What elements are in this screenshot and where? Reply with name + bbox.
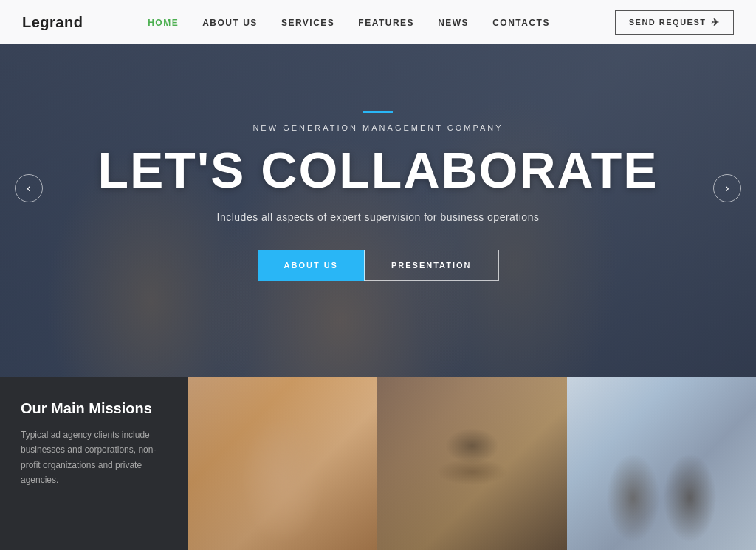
bottom-image-1 bbox=[188, 377, 377, 550]
image-overlay-3 bbox=[567, 377, 756, 550]
nav-link-news[interactable]: NEWS bbox=[438, 18, 469, 28]
hero-next-arrow[interactable]: › bbox=[713, 174, 741, 202]
image-overlay-1 bbox=[188, 377, 377, 550]
brand-logo: Legrand bbox=[22, 14, 83, 31]
hero-content: NEW GENERATION MANAGEMENT COMPANY LET'S … bbox=[0, 0, 756, 377]
bottom-image-2 bbox=[377, 377, 566, 550]
nav-item-contacts[interactable]: CONTACTS bbox=[492, 16, 550, 29]
nav-menu: HOME ABOUT US SERVICES FEATURES NEWS CON… bbox=[148, 16, 550, 29]
navbar: Legrand HOME ABOUT US SERVICES FEATURES … bbox=[0, 0, 756, 44]
hero-title: LET'S COLLABORATE bbox=[97, 144, 658, 196]
nav-item-about[interactable]: ABOUT US bbox=[202, 16, 258, 29]
bottom-section: Our Main Missions Typical ad agency clie… bbox=[0, 377, 756, 550]
hero-description: Includes all aspects of expert supervisi… bbox=[217, 211, 540, 223]
hero-accent-line bbox=[363, 111, 393, 113]
hero-buttons: ABOUT US PRESENTATION bbox=[258, 250, 499, 281]
image-overlay-2 bbox=[377, 377, 566, 550]
nav-item-home[interactable]: HOME bbox=[148, 16, 179, 29]
missions-text: Typical ad agency clients include busine… bbox=[21, 427, 168, 488]
hero-section: NEW GENERATION MANAGEMENT COMPANY LET'S … bbox=[0, 0, 756, 377]
nav-link-features[interactable]: FEATURES bbox=[358, 18, 414, 28]
nav-item-news[interactable]: NEWS bbox=[438, 16, 469, 29]
nav-link-home[interactable]: HOME bbox=[148, 18, 179, 28]
nav-link-contacts[interactable]: CONTACTS bbox=[492, 18, 550, 28]
hero-subtitle: NEW GENERATION MANAGEMENT COMPANY bbox=[252, 123, 503, 132]
send-request-button[interactable]: SEND REQUEST ✈ bbox=[615, 10, 734, 35]
bottom-images-container bbox=[188, 377, 756, 550]
hero-prev-arrow[interactable]: ‹ bbox=[15, 174, 43, 202]
missions-title: Our Main Missions bbox=[21, 400, 168, 417]
send-icon: ✈ bbox=[711, 17, 721, 28]
missions-panel: Our Main Missions Typical ad agency clie… bbox=[0, 377, 188, 550]
nav-item-services[interactable]: SERVICES bbox=[281, 16, 334, 29]
nav-item-features[interactable]: FEATURES bbox=[358, 16, 414, 29]
send-request-label: SEND REQUEST bbox=[629, 18, 707, 27]
missions-text-italic: Typical bbox=[21, 430, 48, 440]
nav-link-services[interactable]: SERVICES bbox=[281, 18, 334, 28]
nav-link-about[interactable]: ABOUT US bbox=[202, 18, 258, 28]
bottom-image-3 bbox=[567, 377, 756, 550]
presentation-button[interactable]: PRESENTATION bbox=[364, 250, 499, 281]
about-us-button[interactable]: ABOUT US bbox=[258, 250, 365, 281]
